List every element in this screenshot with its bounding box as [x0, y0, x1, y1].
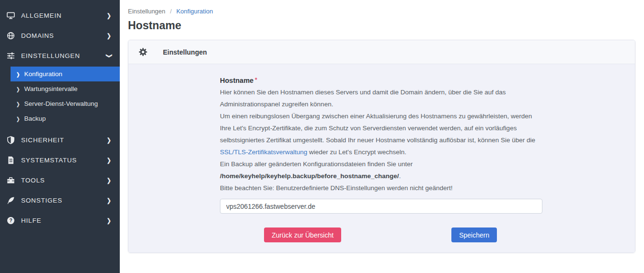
sidebar-item-sicherheit[interactable]: SICHERHEIT ❯: [0, 130, 120, 150]
chevron-right-icon: ❯: [107, 12, 111, 19]
sidebar-subitem-label: Wartungsintervalle: [24, 85, 78, 92]
sidebar-item-sonstiges[interactable]: SONSTIGES ❯: [0, 190, 120, 210]
chevron-right-icon: ❯: [107, 177, 111, 184]
card-title: Einstellungen: [163, 48, 207, 56]
breadcrumb-parent: Einstellungen: [128, 8, 165, 15]
sidebar-item-label: SYSTEMSTATUS: [21, 157, 107, 164]
sidebar-item-label: DOMAINS: [21, 32, 107, 39]
sidebar-item-label: TOOLS: [21, 177, 107, 184]
chevron-down-icon: ❯: [105, 53, 113, 57]
globe-icon: [7, 32, 15, 40]
sidebar-item-domains[interactable]: DOMAINS ❯: [0, 25, 120, 46]
toolbox-icon: [7, 176, 15, 184]
sidebar-item-label: EINSTELLUNGEN: [21, 52, 107, 59]
sidebar-subitem-konfiguration[interactable]: ❯ Konfiguration: [11, 67, 120, 81]
desktop-icon: [7, 11, 15, 20]
button-row: Zurück zur Übersicht Speichern: [220, 228, 625, 242]
chevron-right-icon: ❯: [107, 197, 111, 204]
help-line-1: Hier können Sie den Hostnamen dieses Ser…: [220, 89, 506, 108]
sidebar-subitem-backup[interactable]: ❯ Backup: [11, 111, 120, 126]
main-content: Einstellungen / Konfiguration Hostname E…: [120, 0, 644, 273]
sidebar: ALLGEMEIN ❯ DOMAINS ❯ EINSTELLUNGEN ❯ ❯ …: [0, 0, 120, 273]
hostname-help-text: Hier können Sie den Hostnamen dieses Ser…: [220, 86, 544, 194]
ssl-tls-management-link[interactable]: SSL/TLS-Zertifikatsverwaltung: [220, 148, 307, 156]
sidebar-item-einstellungen[interactable]: EINSTELLUNGEN ❯: [0, 46, 120, 66]
settings-card-header: Einstellungen: [128, 40, 635, 64]
sidebar-subitem-label: Backup: [24, 115, 46, 122]
svg-text:?: ?: [9, 218, 12, 223]
chevron-right-icon: ❯: [16, 116, 20, 122]
chevron-right-icon: ❯: [16, 71, 20, 77]
sidebar-item-allgemein[interactable]: ALLGEMEIN ❯: [0, 5, 120, 25]
help-line-3: Ein Backup aller geänderten Konfiguratio…: [220, 160, 413, 168]
settings-card: Einstellungen Hostname* Hier können Sie …: [128, 40, 635, 253]
sidebar-item-label: HILFE: [21, 217, 107, 224]
sidebar-subitem-wartungsintervalle[interactable]: ❯ Wartungsintervalle: [11, 81, 120, 96]
help-line-3-end: .: [399, 172, 401, 180]
sliders-icon: [7, 52, 15, 60]
sidebar-subitem-server-dienst-verwaltung[interactable]: ❯ Server-Dienst-Verwaltung: [11, 96, 120, 111]
question-circle-icon: ?: [7, 216, 15, 225]
help-line-4: Bitte beachten Sie: Benutzerdefinierte D…: [220, 184, 453, 192]
breadcrumb: Einstellungen / Konfiguration: [128, 8, 635, 15]
hostname-input[interactable]: [220, 199, 542, 214]
gear-icon: [138, 47, 148, 57]
chevron-right-icon: ❯: [107, 32, 111, 39]
help-line-2-end: wieder zu Let's Encrypt wechseln.: [307, 148, 406, 156]
help-line-2: Um einen reibungslosen Übergang zwischen…: [220, 113, 535, 144]
sidebar-subitem-label: Konfiguration: [24, 70, 63, 78]
breadcrumb-separator: /: [170, 8, 172, 15]
sidebar-item-label: SICHERHEIT: [21, 136, 107, 144]
page-title: Hostname: [128, 19, 635, 32]
required-asterisk: *: [255, 77, 257, 83]
sidebar-subitem-label: Server-Dienst-Verwaltung: [24, 100, 98, 107]
sidebar-item-label: SONSTIGES: [21, 197, 107, 204]
save-button[interactable]: Speichern: [451, 228, 497, 242]
back-to-overview-button[interactable]: Zurück zur Übersicht: [264, 228, 341, 242]
chevron-right-icon: ❯: [107, 217, 111, 224]
chevron-right-icon: ❯: [16, 86, 20, 92]
chevron-right-icon: ❯: [16, 101, 20, 107]
chevron-right-icon: ❯: [107, 157, 111, 164]
hostname-field-label: Hostname*: [220, 77, 625, 84]
settings-card-body: Hostname* Hier können Sie den Hostnamen …: [128, 64, 635, 252]
shield-icon: [7, 136, 15, 144]
chevron-right-icon: ❯: [107, 136, 111, 144]
sidebar-submenu-einstellungen: ❯ Konfiguration ❯ Wartungsintervalle ❯ S…: [11, 67, 120, 126]
field-label-text: Hostname: [220, 77, 253, 84]
breadcrumb-current-link[interactable]: Konfiguration: [176, 8, 213, 15]
feather-icon: [7, 196, 15, 205]
sidebar-item-tools[interactable]: TOOLS ❯: [0, 170, 120, 190]
file-icon: [7, 156, 15, 164]
sidebar-item-systemstatus[interactable]: SYSTEMSTATUS ❯: [0, 150, 120, 170]
sidebar-item-label: ALLGEMEIN: [21, 12, 107, 19]
sidebar-item-hilfe[interactable]: ? HILFE ❯: [0, 210, 120, 230]
backup-path: /home/keyhelp/keyhelp.backup/before_host…: [220, 172, 399, 180]
